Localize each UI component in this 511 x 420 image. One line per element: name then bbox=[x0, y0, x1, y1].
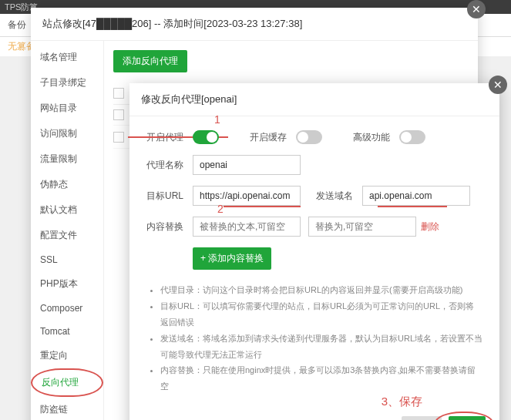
annotation-1: 1 bbox=[214, 113, 220, 126]
tips-list: 代理目录：访问这个目录时将会把目标URL的内容返回并显示(需要开启高级功能) 目… bbox=[146, 282, 482, 395]
annotation-underline-2a bbox=[224, 206, 301, 207]
tip-item: 发送域名：将域名添加到请求头传递到代理服务器，默认为目标URL域名，若设置不当可… bbox=[160, 331, 482, 363]
send-domain-input[interactable] bbox=[362, 186, 470, 206]
checkbox-row[interactable] bbox=[113, 109, 124, 120]
sidebar-item-antileech[interactable]: 防盗链 bbox=[31, 397, 103, 420]
toggle-enable-proxy[interactable] bbox=[193, 130, 219, 144]
label-send-domain: 发送域名 bbox=[316, 190, 362, 203]
checkbox-all[interactable] bbox=[113, 88, 124, 99]
toggle-advanced[interactable] bbox=[399, 130, 425, 144]
site-sidebar: 域名管理 子目录绑定 网站目录 访问限制 流量限制 伪静态 默认文档 配置文件 … bbox=[31, 41, 104, 420]
edit-reverse-proxy-modal: 修改反向代理[openai] ✕ 1 开启代理 开启缓存 高级功能 代理名称 目… bbox=[129, 83, 499, 420]
sidebar-item-php[interactable]: PHP版本 bbox=[31, 271, 103, 297]
tip-item: 内容替换：只能在使用nginx时提供，最多可以添加3条替换内容,如果不需要替换请… bbox=[160, 362, 482, 395]
annotation-underline-2b bbox=[378, 206, 447, 207]
sidebar-item-reverse-proxy[interactable]: 反向代理 bbox=[31, 368, 103, 397]
tip-item: 代理目录：访问这个目录时将会把目标URL的内容返回并显示(需要开启高级功能) bbox=[160, 282, 482, 298]
add-content-replace-button[interactable]: + 添加内容替换 bbox=[193, 247, 271, 270]
sidebar-item-default-doc[interactable]: 默认文档 bbox=[31, 197, 103, 223]
sidebar-item-static[interactable]: 伪静态 bbox=[31, 172, 103, 197]
sidebar-item-traffic[interactable]: 流量限制 bbox=[31, 146, 103, 172]
proxy-modal-title: 修改反向代理[openai] ✕ bbox=[129, 83, 499, 116]
replace-to-input[interactable] bbox=[308, 217, 416, 237]
sidebar-item-domain[interactable]: 域名管理 bbox=[31, 45, 103, 70]
sidebar-item-config[interactable]: 配置文件 bbox=[31, 223, 103, 248]
label-content-replace: 内容替换 bbox=[146, 220, 193, 234]
annotation-3: 3、保存 bbox=[382, 395, 422, 409]
sidebar-item-composer[interactable]: Composer bbox=[31, 297, 103, 320]
sidebar-item-ssl[interactable]: SSL bbox=[31, 248, 103, 271]
sidebar-item-webdir[interactable]: 网站目录 bbox=[31, 96, 103, 121]
tip-item: 目标URL：可以填写你需要代理的站点，目标URL必须为可正常访问的URL，否则将… bbox=[160, 298, 482, 331]
label-enable-cache: 开启缓存 bbox=[250, 131, 296, 144]
close-icon[interactable]: ✕ bbox=[489, 76, 507, 94]
proxy-name-input[interactable] bbox=[193, 155, 301, 175]
sidebar-item-redirect[interactable]: 重定向 bbox=[31, 343, 103, 368]
label-proxy-name: 代理名称 bbox=[146, 159, 193, 172]
sidebar-item-tomcat[interactable]: Tomcat bbox=[31, 320, 103, 343]
replace-from-input[interactable] bbox=[193, 217, 301, 237]
target-url-input[interactable] bbox=[193, 186, 301, 206]
close-icon[interactable]: ✕ bbox=[467, 0, 486, 18]
toggle-enable-cache[interactable] bbox=[296, 130, 322, 144]
annotation-circle-save bbox=[435, 412, 493, 420]
label-advanced: 高级功能 bbox=[353, 131, 399, 144]
site-modal-title: 站点修改[47█████206] -- 添加时间[2023-03-23 13:2… bbox=[31, 8, 478, 41]
add-reverse-proxy-button[interactable]: 添加反向代理 bbox=[113, 50, 187, 72]
annotation-2: 2 bbox=[217, 203, 224, 215]
sidebar-item-access[interactable]: 访问限制 bbox=[31, 121, 103, 146]
label-target-url: 目标URL bbox=[146, 190, 193, 203]
checkbox-row[interactable] bbox=[113, 132, 124, 143]
remove-replace-link[interactable]: 删除 bbox=[421, 220, 439, 234]
sidebar-item-subdir[interactable]: 子目录绑定 bbox=[31, 70, 103, 96]
